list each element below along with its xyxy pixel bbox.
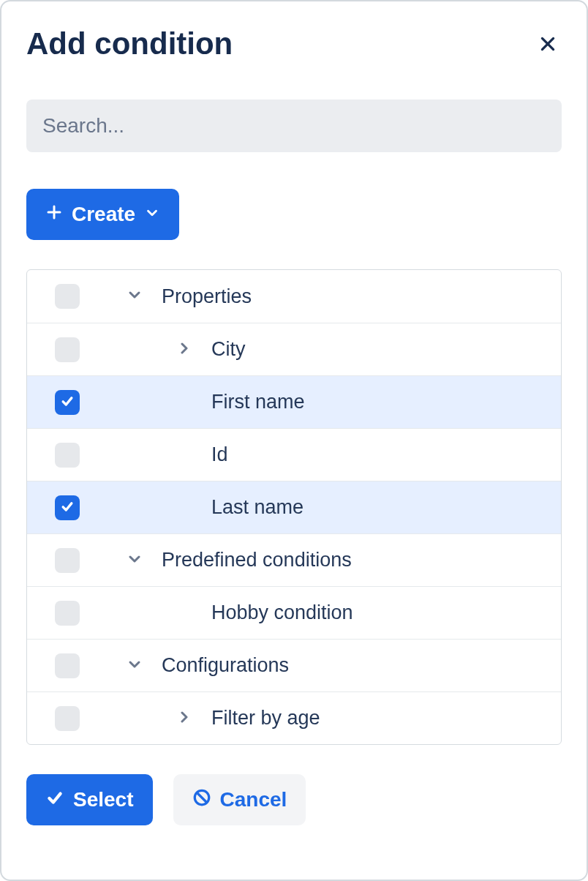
chevron-right-icon <box>176 708 193 729</box>
expand-toggle[interactable] <box>173 339 195 361</box>
tree-group[interactable]: Predefined conditions <box>27 533 561 586</box>
search-wrap <box>26 100 562 152</box>
plus-icon <box>45 203 63 226</box>
checkbox[interactable] <box>55 284 80 309</box>
tree-item[interactable]: First name <box>27 375 561 428</box>
checkbox[interactable] <box>55 337 80 362</box>
tree-group-label: Properties <box>162 285 252 308</box>
chevron-down-icon <box>126 656 143 676</box>
collapse-toggle[interactable] <box>124 285 146 307</box>
select-button-label: Select <box>73 788 134 811</box>
chevron-down-icon <box>144 203 160 226</box>
create-button[interactable]: Create <box>26 189 179 240</box>
check-icon <box>45 788 64 812</box>
collapse-toggle[interactable] <box>124 550 146 571</box>
tree-item[interactable]: Id <box>27 428 561 481</box>
tree-item[interactable]: Hobby condition <box>27 586 561 639</box>
dialog-footer: Select Cancel <box>26 774 562 825</box>
check-icon <box>60 499 75 517</box>
create-button-label: Create <box>72 203 135 226</box>
expand-toggle[interactable] <box>173 708 195 730</box>
tree-item-label: First name <box>211 391 305 413</box>
check-icon <box>60 394 75 411</box>
close-button[interactable] <box>534 30 562 58</box>
checkbox[interactable] <box>55 548 80 573</box>
cancel-button[interactable]: Cancel <box>173 774 306 825</box>
add-condition-dialog: Add condition Create <box>0 0 588 881</box>
checkbox[interactable] <box>55 495 80 520</box>
close-icon <box>538 45 557 56</box>
tree-group-label: Predefined conditions <box>162 549 352 571</box>
tree-item-label: Id <box>211 443 228 466</box>
tree-group[interactable]: Properties <box>27 270 561 323</box>
chevron-down-icon <box>126 550 143 571</box>
tree-item[interactable]: City <box>27 323 561 375</box>
cancel-button-label: Cancel <box>220 788 287 811</box>
tree-item-label: City <box>211 338 246 361</box>
tree-group[interactable]: Configurations <box>27 639 561 691</box>
tree-group-label: Configurations <box>162 654 289 677</box>
create-wrap: Create <box>26 189 562 240</box>
tree-item-label: Filter by age <box>211 707 320 730</box>
dialog-header: Add condition <box>26 26 562 61</box>
tree-item[interactable]: Last name <box>27 481 561 533</box>
tree-item[interactable]: Filter by age <box>27 691 561 744</box>
search-input[interactable] <box>26 100 562 152</box>
checkbox[interactable] <box>55 601 80 626</box>
chevron-right-icon <box>176 340 193 360</box>
ban-icon <box>192 788 211 812</box>
svg-line-5 <box>197 792 206 802</box>
dialog-title: Add condition <box>26 26 233 61</box>
collapse-toggle[interactable] <box>124 655 146 677</box>
checkbox[interactable] <box>55 390 80 415</box>
checkbox[interactable] <box>55 443 80 468</box>
condition-tree: Properties City First name <box>26 269 562 745</box>
tree-item-label: Hobby condition <box>211 601 353 624</box>
checkbox[interactable] <box>55 653 80 678</box>
select-button[interactable]: Select <box>26 774 153 825</box>
chevron-down-icon <box>126 286 143 307</box>
checkbox[interactable] <box>55 706 80 731</box>
tree-item-label: Last name <box>211 496 304 519</box>
